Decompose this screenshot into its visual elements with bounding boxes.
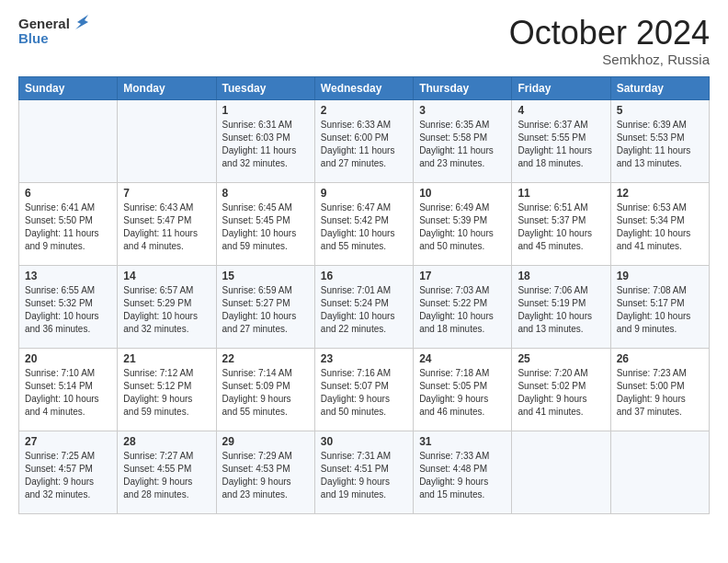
day-number: 14 (123, 270, 210, 282)
header-row: SundayMondayTuesdayWednesdayThursdayFrid… (19, 76, 710, 99)
weekday-header: Wednesday (314, 76, 413, 99)
calendar-cell: 27Sunrise: 7:25 AM Sunset: 4:57 PM Dayli… (19, 431, 118, 513)
calendar-cell: 13Sunrise: 6:55 AM Sunset: 5:32 PM Dayli… (19, 265, 118, 348)
calendar-cell (19, 99, 118, 182)
location: Semkhoz, Russia (509, 52, 710, 67)
day-number: 15 (222, 270, 309, 282)
calendar-cell: 9Sunrise: 6:47 AM Sunset: 5:42 PM Daylig… (314, 182, 413, 265)
weekday-header: Saturday (610, 76, 709, 99)
calendar-cell: 11Sunrise: 6:51 AM Sunset: 5:37 PM Dayli… (512, 182, 610, 265)
day-number: 4 (518, 104, 604, 117)
calendar-cell: 31Sunrise: 7:33 AM Sunset: 4:48 PM Dayli… (414, 431, 512, 513)
day-info: Sunrise: 7:27 AM Sunset: 4:55 PM Dayligh… (123, 450, 210, 501)
calendar-cell: 28Sunrise: 7:27 AM Sunset: 4:55 PM Dayli… (118, 431, 216, 513)
day-number: 2 (321, 104, 407, 117)
calendar-week-row: 20Sunrise: 7:10 AM Sunset: 5:14 PM Dayli… (19, 348, 710, 431)
day-number: 22 (222, 352, 309, 365)
day-info: Sunrise: 7:16 AM Sunset: 5:07 PM Dayligh… (321, 367, 407, 419)
day-number: 25 (518, 352, 604, 365)
day-number: 29 (222, 435, 309, 448)
day-info: Sunrise: 7:29 AM Sunset: 4:53 PM Dayligh… (222, 450, 309, 501)
day-number: 19 (617, 270, 703, 282)
calendar-cell: 25Sunrise: 7:20 AM Sunset: 5:02 PM Dayli… (512, 348, 610, 431)
day-info: Sunrise: 6:47 AM Sunset: 5:42 PM Dayligh… (321, 201, 407, 253)
calendar-cell: 23Sunrise: 7:16 AM Sunset: 5:07 PM Dayli… (314, 348, 413, 431)
day-info: Sunrise: 7:08 AM Sunset: 5:17 PM Dayligh… (617, 284, 703, 336)
weekday-header: Friday (512, 76, 610, 99)
calendar-cell: 15Sunrise: 6:59 AM Sunset: 5:27 PM Dayli… (216, 265, 314, 348)
day-info: Sunrise: 7:33 AM Sunset: 4:48 PM Dayligh… (419, 450, 506, 501)
logo: General Blue (18, 15, 92, 46)
calendar-cell (610, 431, 709, 513)
day-number: 13 (25, 270, 111, 282)
calendar-week-row: 13Sunrise: 6:55 AM Sunset: 5:32 PM Dayli… (19, 265, 710, 348)
day-info: Sunrise: 7:31 AM Sunset: 4:51 PM Dayligh… (321, 450, 407, 501)
day-number: 12 (617, 187, 703, 200)
day-info: Sunrise: 7:06 AM Sunset: 5:19 PM Dayligh… (518, 284, 604, 336)
day-number: 17 (419, 270, 506, 282)
calendar-cell: 12Sunrise: 6:53 AM Sunset: 5:34 PM Dayli… (610, 182, 709, 265)
day-info: Sunrise: 7:23 AM Sunset: 5:00 PM Dayligh… (617, 367, 703, 419)
day-info: Sunrise: 6:37 AM Sunset: 5:55 PM Dayligh… (518, 119, 604, 170)
calendar-cell: 30Sunrise: 7:31 AM Sunset: 4:51 PM Dayli… (314, 431, 413, 513)
calendar-week-row: 1Sunrise: 6:31 AM Sunset: 6:03 PM Daylig… (19, 99, 710, 182)
day-number: 28 (123, 435, 210, 448)
month-title: October 2024 (509, 15, 710, 52)
day-number: 1 (222, 104, 309, 117)
day-number: 6 (25, 187, 111, 200)
calendar-cell: 21Sunrise: 7:12 AM Sunset: 5:12 PM Dayli… (118, 348, 216, 431)
day-info: Sunrise: 6:41 AM Sunset: 5:50 PM Dayligh… (25, 201, 111, 253)
calendar-week-row: 27Sunrise: 7:25 AM Sunset: 4:57 PM Dayli… (19, 431, 710, 513)
day-number: 24 (419, 352, 506, 365)
day-number: 23 (321, 352, 407, 365)
calendar-cell: 24Sunrise: 7:18 AM Sunset: 5:05 PM Dayli… (414, 348, 512, 431)
calendar-cell: 7Sunrise: 6:43 AM Sunset: 5:47 PM Daylig… (118, 182, 216, 265)
day-number: 9 (321, 187, 407, 200)
day-info: Sunrise: 6:53 AM Sunset: 5:34 PM Dayligh… (617, 201, 703, 253)
calendar-cell: 8Sunrise: 6:45 AM Sunset: 5:45 PM Daylig… (216, 182, 314, 265)
calendar-cell: 18Sunrise: 7:06 AM Sunset: 5:19 PM Dayli… (512, 265, 610, 348)
day-info: Sunrise: 6:49 AM Sunset: 5:39 PM Dayligh… (419, 201, 506, 253)
calendar-cell (512, 431, 610, 513)
calendar-cell: 16Sunrise: 7:01 AM Sunset: 5:24 PM Dayli… (314, 265, 413, 348)
day-number: 20 (25, 352, 111, 365)
day-info: Sunrise: 6:55 AM Sunset: 5:32 PM Dayligh… (25, 284, 111, 336)
weekday-header: Tuesday (216, 76, 314, 99)
calendar-cell: 26Sunrise: 7:23 AM Sunset: 5:00 PM Dayli… (610, 348, 709, 431)
day-number: 16 (321, 270, 407, 282)
calendar-cell: 6Sunrise: 6:41 AM Sunset: 5:50 PM Daylig… (19, 182, 118, 265)
day-number: 27 (25, 435, 111, 448)
day-info: Sunrise: 7:25 AM Sunset: 4:57 PM Dayligh… (25, 450, 111, 501)
calendar-cell: 20Sunrise: 7:10 AM Sunset: 5:14 PM Dayli… (19, 348, 118, 431)
day-number: 3 (419, 104, 506, 117)
day-number: 18 (518, 270, 604, 282)
calendar-cell (118, 99, 216, 182)
calendar-cell: 5Sunrise: 6:39 AM Sunset: 5:53 PM Daylig… (610, 99, 709, 182)
calendar-page: General Blue October 2024 Semkhoz, Russi… (0, 0, 728, 533)
day-info: Sunrise: 7:10 AM Sunset: 5:14 PM Dayligh… (25, 367, 111, 419)
day-info: Sunrise: 6:35 AM Sunset: 5:58 PM Dayligh… (419, 119, 506, 170)
calendar-cell: 10Sunrise: 6:49 AM Sunset: 5:39 PM Dayli… (414, 182, 512, 265)
title-block: October 2024 Semkhoz, Russia (509, 15, 710, 67)
calendar-table: SundayMondayTuesdayWednesdayThursdayFrid… (18, 76, 710, 514)
day-number: 7 (123, 187, 210, 200)
day-info: Sunrise: 6:39 AM Sunset: 5:53 PM Dayligh… (617, 119, 703, 170)
day-number: 11 (518, 187, 604, 200)
day-info: Sunrise: 7:03 AM Sunset: 5:22 PM Dayligh… (419, 284, 506, 336)
day-info: Sunrise: 7:14 AM Sunset: 5:09 PM Dayligh… (222, 367, 309, 419)
day-number: 30 (321, 435, 407, 448)
day-info: Sunrise: 7:12 AM Sunset: 5:12 PM Dayligh… (123, 367, 210, 419)
day-info: Sunrise: 7:20 AM Sunset: 5:02 PM Dayligh… (518, 367, 604, 419)
day-number: 10 (419, 187, 506, 200)
weekday-header: Thursday (414, 76, 512, 99)
calendar-cell: 2Sunrise: 6:33 AM Sunset: 6:00 PM Daylig… (314, 99, 413, 182)
day-number: 26 (617, 352, 703, 365)
calendar-cell: 3Sunrise: 6:35 AM Sunset: 5:58 PM Daylig… (414, 99, 512, 182)
day-info: Sunrise: 6:33 AM Sunset: 6:00 PM Dayligh… (321, 119, 407, 170)
day-number: 8 (222, 187, 309, 200)
header: General Blue October 2024 Semkhoz, Russi… (18, 15, 710, 67)
calendar-cell: 17Sunrise: 7:03 AM Sunset: 5:22 PM Dayli… (414, 265, 512, 348)
day-number: 31 (419, 435, 506, 448)
day-info: Sunrise: 7:18 AM Sunset: 5:05 PM Dayligh… (419, 367, 506, 419)
day-info: Sunrise: 6:31 AM Sunset: 6:03 PM Dayligh… (222, 119, 309, 170)
